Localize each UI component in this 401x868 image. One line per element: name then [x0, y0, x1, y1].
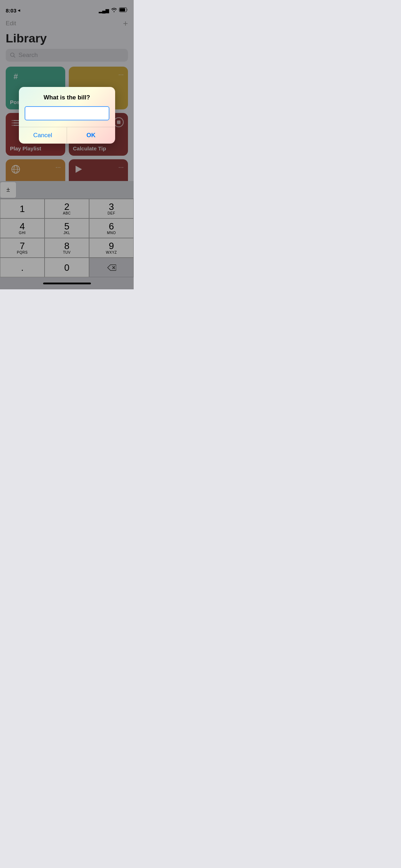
- dialog-title: What is the bill?: [25, 94, 109, 101]
- ok-button[interactable]: OK: [67, 127, 115, 144]
- dialog-buttons: Cancel OK: [19, 127, 115, 144]
- overlay: [0, 0, 134, 289]
- cancel-button[interactable]: Cancel: [19, 127, 67, 144]
- bill-input[interactable]: [25, 106, 109, 120]
- dialog: What is the bill? Cancel OK: [19, 87, 115, 144]
